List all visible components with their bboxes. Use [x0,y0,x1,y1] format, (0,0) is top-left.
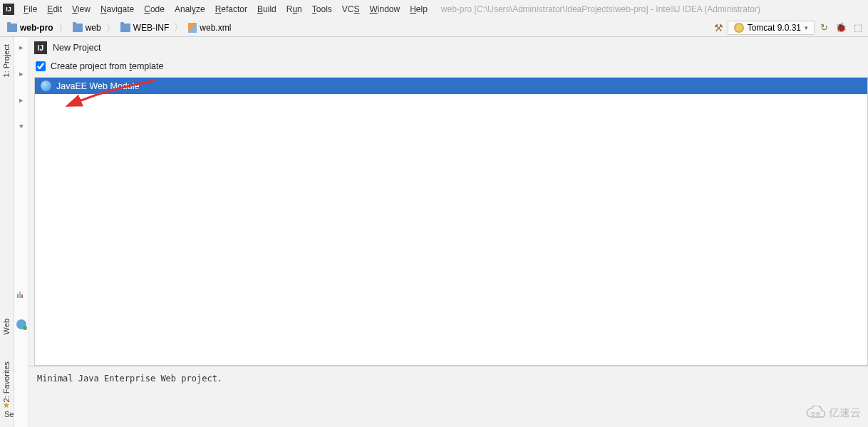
rerun-icon[interactable]: ↻ [819,22,830,33]
svg-point-1 [817,413,820,416]
main-area: 1: Project Web 2: Favorites ★ ▸ ▸ ▸ ▸ IJ… [0,37,868,427]
left-tool-gutter: 1: Project Web 2: Favorites ★ [0,37,14,427]
server-status-icon[interactable] [16,319,26,329]
template-checkbox-input[interactable] [36,61,46,71]
file-icon [188,23,197,33]
breadcrumb-item[interactable]: web [70,21,104,34]
breadcrumb-separator: 〉 [58,21,68,34]
search-everywhere-label[interactable]: Se [4,410,14,418]
toolwindow-favorites-tab[interactable]: 2: Favorites [2,361,11,402]
menu-tools[interactable]: Tools [307,2,337,16]
toolwindow-project-tab[interactable]: 1: Project [2,44,11,77]
breadcrumb-separator: 〉 [174,21,183,34]
breadcrumb-item[interactable]: WEB-INF [118,21,172,34]
run-debug-icon[interactable]: 🐞 [834,22,848,33]
menu-window[interactable]: Window [364,2,405,16]
cloud-icon [805,406,826,420]
dialog-titlebar: IJ New Project [29,37,868,58]
star-icon: ★ [3,401,10,410]
menu-file[interactable]: File [19,2,42,16]
run-toolbar: ⚒ Tomcat 9.0.31 ▾ ↻ 🐞 ⬚ [714,21,864,35]
new-project-dialog: IJ New Project Create project from templ… [29,37,868,427]
stop-icon[interactable]: ⬚ [852,22,864,33]
watermark: 亿速云 [805,406,861,420]
menu-help[interactable]: Help [405,2,433,16]
menu-view[interactable]: View [67,2,95,16]
breadcrumb: web-pro〉web〉WEB-INF〉web.xml [4,21,234,34]
build-icon[interactable]: ⚒ [714,22,723,34]
run-config-label: Tomcat 9.0.31 [748,23,801,33]
globe-icon [41,81,51,91]
template-checkbox-label: Create project from template [51,61,163,71]
editor-gutter: ▸ ▸ ▸ ▸ [14,37,29,427]
breadcrumb-item[interactable]: web-pro [4,21,56,34]
chevron-right-icon[interactable]: ▸ [19,69,24,78]
menu-build[interactable]: Build [252,2,281,16]
run-config-selector[interactable]: Tomcat 9.0.31 ▾ [728,21,815,35]
tomcat-icon [734,23,744,33]
folder-icon [120,24,130,32]
chevron-right-icon[interactable]: ▸ [19,96,24,105]
chevron-down-icon: ▾ [805,24,808,31]
menu-refactor[interactable]: Refactor [210,2,252,16]
menu-code[interactable]: Code [139,2,170,16]
breadcrumb-label: web.xml [200,23,231,33]
dialog-title: New Project [53,43,100,53]
breadcrumb-item[interactable]: web.xml [185,21,234,34]
menu-run[interactable]: Run [281,2,307,16]
folder-icon [73,24,83,32]
window-title: web-pro [C:\Users\Administrator\IdeaProj… [441,4,760,14]
toolwindow-web-tab[interactable]: Web [2,319,11,334]
menu-edit[interactable]: Edit [42,2,67,16]
intellij-icon: IJ [3,4,14,15]
menubar: IJ FileEditViewNavigateCodeAnalyzeRefact… [0,0,868,19]
template-list[interactable]: JavaEE Web Module [34,77,868,366]
create-from-template-checkbox[interactable]: Create project from template [29,58,868,77]
breadcrumb-label: web [86,23,101,33]
watermark-text: 亿速云 [829,406,861,420]
template-item[interactable]: JavaEE Web Module [35,78,867,94]
chevron-down-icon[interactable]: ▸ [16,125,26,129]
chevron-right-icon[interactable]: ▸ [19,43,24,52]
template-description: Minimal Java Enterprise Web project. [29,366,868,391]
breadcrumb-separator: 〉 [106,21,115,34]
intellij-icon: IJ [34,41,47,54]
folder-icon [7,24,17,32]
menu-vcs[interactable]: VCS [337,2,365,16]
breadcrumb-label: WEB-INF [133,23,170,33]
menu-navigate[interactable]: Navigate [95,2,139,16]
breadcrumb-label: web-pro [20,23,53,33]
stats-icon[interactable] [17,291,26,298]
menu-analyze[interactable]: Analyze [170,2,210,16]
template-label: JavaEE Web Module [56,81,140,91]
svg-point-0 [812,413,815,416]
navbar: web-pro〉web〉WEB-INF〉web.xml ⚒ Tomcat 9.0… [0,19,868,37]
